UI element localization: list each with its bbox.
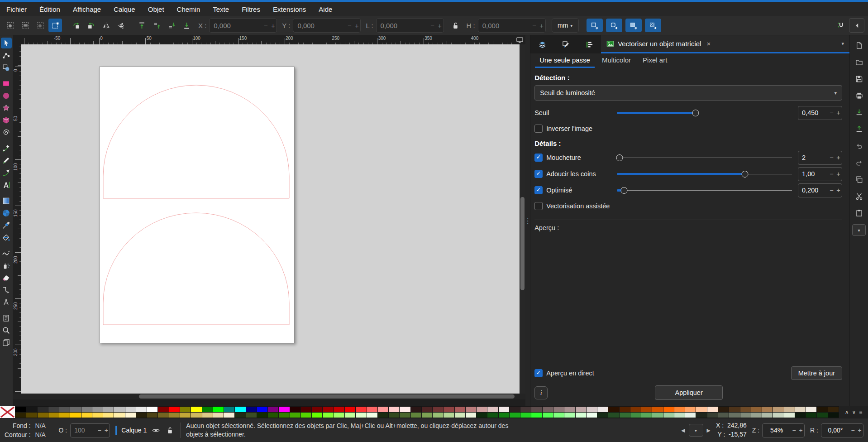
commands-more-button[interactable]: ▾ bbox=[852, 224, 866, 236]
width-decrement-button[interactable]: − bbox=[429, 22, 436, 29]
palette-swatch[interactable] bbox=[92, 413, 103, 418]
palette-swatch[interactable] bbox=[740, 407, 751, 412]
palette-swatch[interactable] bbox=[433, 407, 443, 412]
palette-swatch[interactable] bbox=[663, 413, 674, 418]
palette-swatch[interactable] bbox=[444, 407, 454, 412]
redo-button[interactable] bbox=[854, 157, 864, 168]
palette-swatch[interactable] bbox=[411, 413, 421, 418]
speckles-checkbox[interactable] bbox=[534, 154, 543, 162]
palette-swatch[interactable] bbox=[411, 407, 421, 412]
palette-swatch[interactable] bbox=[235, 407, 245, 412]
lock-ratio-toggle[interactable] bbox=[450, 19, 462, 31]
palette-swatch[interactable] bbox=[422, 407, 432, 412]
palette-swatch[interactable] bbox=[520, 407, 531, 412]
document-page[interactable] bbox=[99, 67, 295, 343]
menu-calque[interactable]: Calque bbox=[114, 5, 135, 13]
palette-swatch[interactable] bbox=[158, 407, 168, 412]
measure-tool[interactable] bbox=[1, 297, 12, 307]
paste-button[interactable] bbox=[854, 207, 864, 218]
menu-aide[interactable]: Aide bbox=[319, 5, 332, 13]
palette-swatch[interactable] bbox=[125, 407, 136, 412]
no-color-swatch[interactable] bbox=[0, 406, 15, 418]
width-increment-button[interactable]: + bbox=[436, 22, 444, 29]
apply-button[interactable]: Appliquer bbox=[655, 385, 723, 400]
palette-swatch[interactable] bbox=[422, 413, 432, 418]
palette-swatch[interactable] bbox=[334, 407, 344, 412]
palette-swatch[interactable] bbox=[817, 413, 827, 418]
palette-swatch[interactable] bbox=[235, 413, 245, 418]
palette-swatch[interactable] bbox=[38, 407, 48, 412]
menu-affichage[interactable]: Affichage bbox=[73, 5, 101, 13]
speckles-slider[interactable] bbox=[617, 154, 792, 161]
palette-swatch[interactable] bbox=[597, 407, 608, 412]
palette-swatch[interactable] bbox=[608, 407, 619, 412]
palette-swatch[interactable] bbox=[685, 407, 696, 412]
subtab-multicolor[interactable]: Multicolor bbox=[597, 53, 635, 68]
panel-resize-handle[interactable]: ⋮ bbox=[525, 35, 530, 406]
y-decrement-button[interactable]: − bbox=[346, 22, 353, 29]
invert-image-checkbox[interactable] bbox=[534, 125, 543, 133]
node-editor-tool[interactable] bbox=[1, 50, 12, 61]
smooth-corners-decrement-button[interactable]: − bbox=[828, 170, 835, 178]
palette-swatch[interactable] bbox=[257, 407, 267, 412]
zoom-input[interactable]: 54% − + bbox=[762, 423, 805, 437]
folder-open-button[interactable] bbox=[854, 57, 864, 67]
display-mode-button[interactable] bbox=[514, 35, 525, 44]
x-decrement-button[interactable]: − bbox=[262, 22, 269, 29]
palette-swatch[interactable] bbox=[587, 413, 597, 418]
palette-swatch[interactable] bbox=[455, 407, 465, 412]
palette-swatch[interactable] bbox=[224, 407, 234, 412]
palette-swatch[interactable] bbox=[345, 407, 355, 412]
palette-swatch[interactable] bbox=[499, 413, 509, 418]
lower-to-bottom-button[interactable] bbox=[180, 19, 193, 32]
palette-swatch[interactable] bbox=[564, 407, 575, 412]
palette-swatch[interactable] bbox=[81, 407, 92, 412]
zoom-decrement-button[interactable]: − bbox=[791, 427, 797, 434]
palette-swatch[interactable] bbox=[246, 407, 257, 412]
optimize-input[interactable]: 0,200 − + bbox=[798, 183, 842, 197]
palette-swatch[interactable] bbox=[202, 407, 213, 412]
palette-swatch[interactable] bbox=[213, 407, 224, 412]
gradient-tool[interactable] bbox=[1, 195, 12, 206]
menu-filtres[interactable]: Filtres bbox=[242, 5, 260, 13]
palette-swatch[interactable] bbox=[312, 413, 322, 418]
flip-vertical-button[interactable] bbox=[114, 19, 128, 32]
speckles-input[interactable]: 2 − + bbox=[798, 151, 842, 165]
palette-swatch[interactable] bbox=[323, 413, 333, 418]
palette-swatch[interactable] bbox=[674, 413, 685, 418]
connector-tool[interactable] bbox=[1, 284, 12, 295]
palette-swatch[interactable] bbox=[531, 407, 542, 412]
spray-tool[interactable] bbox=[1, 260, 12, 271]
palette-swatch[interactable] bbox=[301, 413, 311, 418]
palette-swatch[interactable] bbox=[378, 407, 388, 412]
palette-swatch[interactable] bbox=[38, 413, 48, 418]
subtab-une-seule-passe[interactable]: Une seule passe bbox=[535, 53, 595, 68]
speckles-decrement-button[interactable]: − bbox=[828, 154, 835, 161]
vertical-scrollbar[interactable] bbox=[520, 44, 525, 394]
calligraphy-tool[interactable] bbox=[1, 167, 12, 178]
x-input[interactable]: 0,000 − + bbox=[209, 18, 277, 33]
subtab-pixel-art[interactable]: Pixel art bbox=[638, 53, 672, 68]
opacity-increment-button[interactable]: + bbox=[103, 427, 110, 434]
palette-swatch[interactable] bbox=[784, 407, 795, 412]
palette-swatch[interactable] bbox=[630, 407, 641, 412]
zoom-increment-button[interactable]: + bbox=[797, 427, 804, 434]
panel-menu-chevron-icon[interactable]: ▾ bbox=[842, 41, 844, 47]
palette-swatch[interactable] bbox=[279, 413, 289, 418]
unit-selector[interactable]: mm ▾ bbox=[552, 18, 579, 33]
selector-tool[interactable] bbox=[1, 38, 12, 48]
copy-button[interactable] bbox=[854, 174, 864, 185]
palette-swatch[interactable] bbox=[213, 413, 224, 418]
palette-swatch[interactable] bbox=[26, 407, 37, 412]
palette-swatch[interactable] bbox=[125, 413, 136, 418]
palette-swatch[interactable] bbox=[762, 413, 773, 418]
width-input[interactable]: 0,000 − + bbox=[376, 18, 444, 33]
smooth-corners-slider[interactable] bbox=[617, 170, 792, 178]
opacity-decrement-button[interactable]: − bbox=[96, 427, 103, 434]
palette-swatch[interactable] bbox=[433, 413, 443, 418]
horizontal-scrollbar[interactable] bbox=[13, 394, 525, 399]
palette-swatch[interactable] bbox=[246, 413, 257, 418]
rotate-ccw-button[interactable] bbox=[69, 19, 83, 32]
close-icon[interactable]: × bbox=[706, 40, 711, 48]
palette-swatch[interactable] bbox=[279, 407, 289, 412]
